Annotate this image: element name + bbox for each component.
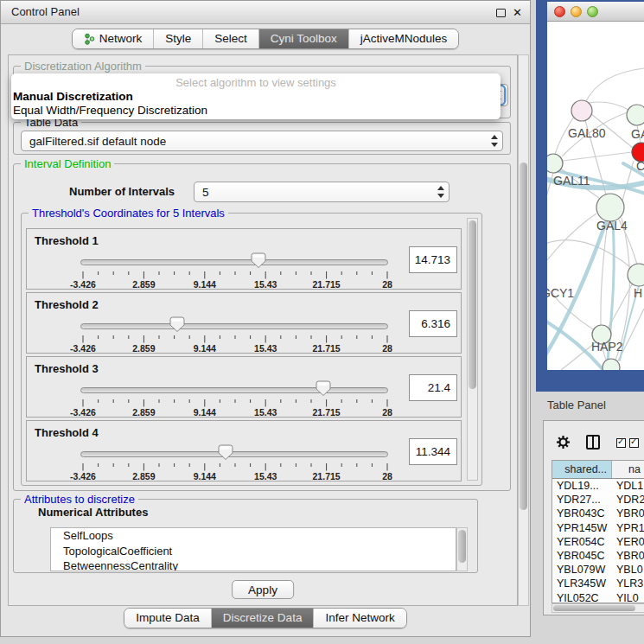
attributes-group: Attributes to discretize Numerical Attri… <box>13 499 478 573</box>
table-row[interactable]: YLR345WYLR3 <box>552 577 644 590</box>
tab-select[interactable]: Select <box>202 29 258 48</box>
threshold-value-field[interactable]: 14.713 <box>409 246 457 273</box>
network-node-gal11[interactable] <box>547 154 563 173</box>
number-of-intervals-combobox[interactable]: 5 <box>194 182 450 202</box>
network-edge <box>585 68 644 103</box>
tab-network[interactable]: Network <box>73 29 154 48</box>
table-row[interactable]: YPR145WYPR1 <box>552 521 644 535</box>
control-panel-titlebar: Control Panel ✕ <box>1 1 530 24</box>
column-header[interactable]: shared... <box>552 461 612 478</box>
close-icon[interactable]: ✕ <box>513 4 522 21</box>
threshold-label: Threshold 3 <box>35 362 99 375</box>
network-node-label: GA <box>631 127 644 141</box>
slider-ticks <box>80 462 388 471</box>
numerical-attributes-list: SelfLoopsTopologicalCoefficientBetweenne… <box>50 527 456 571</box>
table-horizontal-scrollbar[interactable] <box>552 603 644 613</box>
scrollbar-thumb[interactable] <box>553 605 635 611</box>
threshold-panel-1: Threshold 1-3.4262.8599.14415.4321.71528… <box>26 228 462 290</box>
screen: Control Panel ✕ NetworkStyleSelectCyni T… <box>0 0 644 644</box>
window-title: Control Panel <box>11 1 80 23</box>
slider-thumb[interactable] <box>251 252 266 269</box>
slider-ticks <box>80 399 388 407</box>
thresholds-scrollbar[interactable] <box>467 218 478 481</box>
checkbox-icon[interactable] <box>616 438 626 448</box>
slider-ticks <box>80 271 388 279</box>
control-panel-scrollbar[interactable] <box>518 54 529 606</box>
tab-infer-network[interactable]: Infer Network <box>313 609 405 628</box>
float-window-icon[interactable] <box>496 9 506 17</box>
minimize-traffic-light[interactable] <box>571 6 582 17</box>
attribute-item[interactable]: TopologicalCoefficient <box>51 544 456 559</box>
tab-label: Cyni Toolbox <box>271 29 337 48</box>
threshold-slider-3[interactable]: -3.4262.8599.14415.4321.71528 <box>80 379 388 418</box>
tab-jactivemnodules[interactable]: jActiveMNodules <box>348 29 459 48</box>
threshold-value-field[interactable]: 11.344 <box>409 438 457 465</box>
scrollbar-thumb[interactable] <box>458 530 466 563</box>
tab-discretize-data[interactable]: Discretize Data <box>211 609 314 628</box>
close-traffic-light[interactable] <box>554 6 565 17</box>
network-icon <box>84 33 95 46</box>
attribute-item[interactable]: SelfLoops <box>51 528 456 544</box>
tab-label: Discretize Data <box>223 609 303 628</box>
slider-track[interactable] <box>80 451 388 457</box>
slider-thumb[interactable] <box>218 444 233 461</box>
network-node-label: GAL11 <box>553 174 590 188</box>
slider-thumb[interactable] <box>169 316 185 333</box>
scrollbar-thumb[interactable] <box>469 220 476 389</box>
table-row[interactable]: YDL19...YDL1 <box>552 479 644 493</box>
network-node[interactable] <box>603 359 620 370</box>
network-node-label: GCY1 <box>547 286 574 300</box>
cyni-toolbox-panel: Discretization Algorithm Select algorith… <box>8 54 518 606</box>
dropdown-option-manual-discretization[interactable]: Manual Discretization <box>11 90 501 104</box>
table-cell: YDL1 <box>612 479 644 493</box>
threshold-slider-4[interactable]: -3.4262.8599.14415.4321.71528 <box>80 443 388 481</box>
attributes-scrollbar[interactable] <box>456 527 468 571</box>
zoom-traffic-light[interactable] <box>587 6 598 17</box>
threshold-slider-2[interactable]: -3.4262.8599.14415.4321.71528 <box>80 316 388 354</box>
combobox-stepper[interactable] <box>436 185 445 199</box>
slider-track[interactable] <box>80 323 388 329</box>
threshold-value-field[interactable]: 6.316 <box>409 310 457 337</box>
table-row[interactable]: YDR27...YDR2 <box>552 493 644 507</box>
table-row[interactable]: YBL079WYBL0 <box>552 563 644 577</box>
table-row[interactable]: YBR043CYBR0 <box>552 507 644 520</box>
table-data-combobox[interactable]: galFiltered.sif default node <box>21 131 503 151</box>
settings-gear-icon[interactable] <box>556 435 571 453</box>
attribute-item[interactable]: BetweennessCentrality <box>51 558 456 571</box>
combobox-stepper[interactable] <box>489 134 499 148</box>
network-node-gal4[interactable] <box>596 194 624 221</box>
network-node-gal80[interactable] <box>571 100 592 121</box>
network-canvas[interactable]: GAL80GACGAL11GAL4GCY1HHAP2 <box>547 22 644 370</box>
network-node-label: GAL80 <box>568 126 606 140</box>
apply-button[interactable]: Apply <box>232 580 294 599</box>
table-row[interactable]: YER054CYER0 <box>552 535 644 549</box>
split-columns-icon[interactable] <box>586 435 600 450</box>
scrollbar-thumb[interactable] <box>520 163 527 510</box>
threshold-value-field[interactable]: 21.4 <box>409 374 457 401</box>
slider-track[interactable] <box>80 259 388 265</box>
threshold-panel-4: Threshold 4-3.4262.8599.14415.4321.71528… <box>26 420 462 481</box>
table-cell: YBR0 <box>612 549 644 563</box>
table-cell: YPR1 <box>612 521 644 535</box>
thresholds-group: Threshold's Coordinates for 5 Intervals … <box>21 213 482 486</box>
tab-style[interactable]: Style <box>153 29 202 48</box>
table-row[interactable]: YBR045CYBR0 <box>552 549 644 563</box>
column-header[interactable]: na <box>612 461 644 478</box>
tab-impute-data[interactable]: Impute Data <box>124 609 211 628</box>
threshold-label: Threshold 4 <box>35 426 99 439</box>
checkbox-icon[interactable] <box>629 438 639 448</box>
network-node-ga[interactable] <box>627 105 644 125</box>
threshold-label: Threshold 1 <box>35 234 99 247</box>
network-window: GAL80GACGAL11GAL4GCY1HHAP2 <box>536 0 644 392</box>
table-header-row: shared...na <box>552 461 644 479</box>
table-row[interactable]: YIL052CYIL0 <box>552 591 644 604</box>
network-node-label: C <box>636 159 644 173</box>
slider-tick-labels: -3.4262.8599.14415.4321.71528 <box>80 407 388 418</box>
threshold-slider-1[interactable]: -3.4262.8599.14415.4321.71528 <box>80 252 388 290</box>
group-title: Discretization Algorithm <box>21 60 145 73</box>
dropdown-option-equal-width-frequency[interactable]: Equal Width/Frequency Discretization <box>11 104 501 118</box>
tab-cyni-toolbox[interactable]: Cyni Toolbox <box>258 29 348 48</box>
slider-thumb[interactable] <box>316 380 331 397</box>
slider-track[interactable] <box>80 387 388 393</box>
tab-label: Impute Data <box>136 609 200 628</box>
